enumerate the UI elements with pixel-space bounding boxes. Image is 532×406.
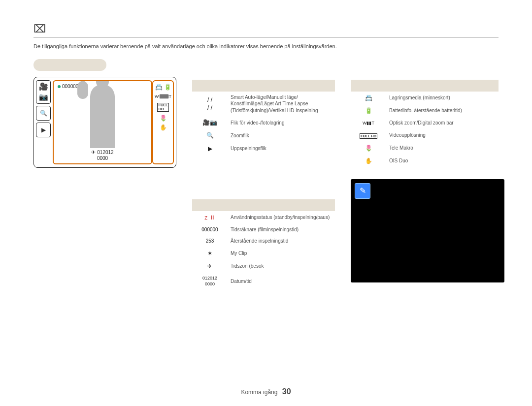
- r-row4-desc: Videoupplösning: [386, 129, 499, 142]
- macro-icon: 🌷: [160, 115, 167, 121]
- c-row6-icon: 012012 0000: [192, 273, 228, 289]
- r-row3-icon: W▮▮T: [351, 117, 386, 129]
- r-row6-desc: OIS Duo: [386, 155, 499, 167]
- footer-page: 30: [282, 387, 291, 396]
- zoom-tab: 🔍: [36, 106, 51, 121]
- zoom-bar-icon: WT: [155, 94, 171, 99]
- resolution-icon: FULLHD: [157, 103, 168, 112]
- r-row6-icon: ✋: [351, 155, 386, 167]
- datetime-overlay: ✈012012 0000: [91, 149, 113, 161]
- time-label: 0000: [91, 156, 113, 161]
- camera-screen-diagram: 🎥 📷 🔍 ▶ 000000253 ✈012012 0000: [33, 77, 176, 168]
- c-row1-desc: Användningsstatus (standby/inspelning/pa…: [228, 211, 335, 224]
- c-row4-desc: My Clip: [228, 247, 335, 260]
- card-icon: 📇: [155, 84, 163, 90]
- magnifier-icon: 🔍: [40, 109, 47, 117]
- row1-icon: / / / /: [192, 92, 228, 117]
- black-preview-panel: ✎: [351, 179, 504, 282]
- divider: [33, 37, 499, 38]
- page-header-icon: ⌧: [33, 24, 499, 34]
- r-row2-icon: 🔋: [351, 104, 386, 117]
- r-row4-icon: FULL HD: [351, 129, 386, 142]
- playback-tab: ▶: [36, 123, 51, 137]
- capture-mode-tab: 🎥 📷: [36, 80, 51, 104]
- video-icon: 🎥: [39, 82, 48, 92]
- legend-table-center: z ⏸Användningsstatus (standby/inspelning…: [192, 199, 335, 290]
- row3-desc: Zoomflik: [228, 129, 335, 142]
- row1-desc: Smart Auto-läge/Manuellt läge/ Konstfilm…: [228, 92, 335, 117]
- rec-dot-icon: [58, 85, 61, 88]
- legend-table-right: 📇Lagringsmedia (minneskort) 🔋Batteriinfo…: [351, 80, 499, 167]
- c-row2-desc: Tidsräknare (filminspelningstid): [228, 224, 335, 236]
- r-row3-desc: Optisk zoom/Digital zoom bar: [386, 117, 499, 129]
- c-row3-icon: 253: [192, 235, 228, 247]
- c-row5-icon: ✈: [192, 260, 228, 273]
- c-row6-desc: Datum/tid: [228, 273, 335, 289]
- battery-icon: 🔋: [164, 84, 171, 90]
- legend-table-left: / / / /Smart Auto-läge/Manuellt läge/ Ko…: [192, 80, 335, 155]
- section-pill: [33, 59, 106, 71]
- preview-overlay-icon: ✎: [355, 183, 370, 199]
- r-row5-desc: Tele Makro: [386, 142, 499, 155]
- r-row2-desc: Batteriinfo. återstående batteritid): [386, 104, 499, 117]
- r-row5-icon: 🌷: [351, 142, 386, 155]
- subject-silhouette: [90, 84, 115, 148]
- status-strip: 📇🔋 WT FULLHD 🌷 ✋: [152, 80, 174, 164]
- date-label: 012012: [97, 150, 113, 155]
- footer-section: Komma igång: [241, 389, 277, 396]
- row2-desc: Flik för video-/fotolagring: [228, 116, 335, 129]
- row4-desc: Uppspelningsflik: [228, 142, 335, 155]
- row3-icon: 🔍: [192, 129, 228, 142]
- c-row4-icon: ✶: [192, 247, 228, 260]
- rec-time: 000000: [62, 84, 78, 89]
- timezone-icon: ✈: [91, 149, 96, 155]
- play-icon: ▶: [41, 126, 46, 134]
- intro-paragraph: De tillgängliga funktionerna varierar be…: [33, 43, 499, 50]
- preview-area: 000000253 ✈012012 0000: [53, 80, 152, 164]
- page-footer: Komma igång 30: [0, 386, 532, 397]
- row4-icon: ▶: [192, 142, 228, 155]
- r-row1-desc: Lagringsmedia (minneskort): [386, 92, 499, 104]
- c-row1-icon: z ⏸: [192, 211, 228, 224]
- ois-icon: ✋: [160, 125, 167, 130]
- c-row3-desc: Återstående inspelningstid: [228, 235, 335, 247]
- c-row2-icon: 000000: [192, 224, 228, 236]
- row2-icon: 🎥📷: [192, 116, 228, 129]
- r-row1-icon: 📇: [351, 92, 386, 104]
- photo-icon: 📷: [39, 92, 48, 102]
- c-row5-desc: Tidszon (besök: [228, 260, 335, 273]
